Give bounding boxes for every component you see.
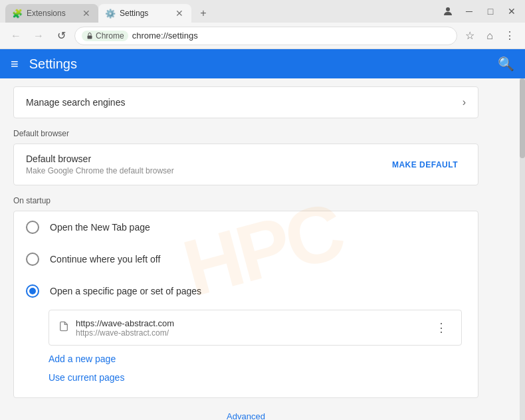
forward-button[interactable]: → (29, 27, 48, 45)
svg-rect-1 (88, 35, 92, 39)
manage-search-engines-arrow: › (463, 96, 466, 108)
page-file-icon (58, 320, 69, 335)
default-browser-card: Default browser Make Google Chrome the d… (13, 144, 478, 185)
advanced-row: Advanced (13, 403, 478, 420)
startup-page-info: https://wave-abstract.com https://wave-a… (76, 318, 424, 338)
settings-tab-icon: ⚙️ (105, 9, 116, 19)
tabs-area: 🧩 Extensions ✕ ⚙️ Settings ✕ + (5, 0, 440, 23)
on-startup-heading: On startup (13, 196, 478, 205)
svg-point-0 (446, 7, 450, 11)
close-button[interactable]: ✕ (504, 3, 520, 19)
radio-new-tab[interactable] (26, 221, 39, 234)
startup-page-entry: https://wave-abstract.com https://wave-a… (49, 310, 462, 346)
default-browser-info: Default browser Make Google Chrome the d… (26, 154, 174, 175)
address-actions: ☆ ⌂ ⋮ (461, 27, 518, 45)
default-browser-content: Default browser Make Google Chrome the d… (14, 144, 478, 185)
appbar-search-icon[interactable]: 🔍 (498, 56, 514, 72)
startup-option-specific[interactable]: Open a specific page or set of pages (14, 275, 478, 307)
startup-option-continue[interactable]: Continue where you left off (14, 243, 478, 275)
make-default-button[interactable]: MAKE DEFAULT (384, 155, 466, 175)
use-current-pages-link[interactable]: Use current pages (49, 372, 124, 383)
browser-window: 🧩 Extensions ✕ ⚙️ Settings ✕ + (0, 0, 525, 420)
settings-content: Manage search engines › Default browser … (0, 86, 492, 420)
minimize-button[interactable]: ─ (461, 3, 477, 19)
maximize-button[interactable]: □ (482, 3, 498, 19)
add-new-page-link[interactable]: Add a new page (49, 354, 116, 364)
default-browser-title: Default browser (26, 154, 174, 164)
startup-option-continue-label: Continue where you left off (50, 254, 160, 264)
addressbar: ← → ↺ Chrome chrome://settings ☆ ⌂ ⋮ (0, 23, 525, 49)
extensions-tab-close[interactable]: ✕ (81, 7, 92, 19)
secure-indicator: Chrome (82, 31, 128, 41)
default-browser-heading: Default browser (13, 129, 478, 138)
appbar: ≡ Settings 🔍 (0, 49, 525, 78)
extensions-tab-icon: 🧩 (12, 9, 23, 19)
settings-main: Manage search engines › Default browser … (0, 78, 520, 420)
settings-tab-close[interactable]: ✕ (174, 7, 185, 19)
default-browser-subtitle: Make Google Chrome the default browser (26, 166, 174, 175)
content-area: Manage search engines › Default browser … (0, 78, 525, 420)
appbar-title: Settings (29, 56, 77, 72)
home-icon[interactable]: ⌂ (481, 27, 498, 45)
radio-continue[interactable] (26, 253, 39, 266)
scrollbar-thumb[interactable] (520, 78, 525, 158)
titlebar: 🧩 Extensions ✕ ⚙️ Settings ✕ + (0, 0, 525, 23)
startup-option-specific-label: Open a specific page or set of pages (50, 286, 201, 296)
manage-search-engines-label: Manage search engines (26, 97, 125, 108)
profile-icon[interactable] (440, 3, 456, 19)
secure-label: Chrome (96, 31, 124, 41)
manage-search-engines-row[interactable]: Manage search engines › (13, 86, 478, 118)
startup-option-new-tab-label: Open the New Tab page (50, 222, 150, 233)
extensions-tab-label: Extensions (27, 9, 77, 18)
url-text: chrome://settings (132, 31, 450, 41)
back-button[interactable]: ← (7, 27, 25, 45)
reload-button[interactable]: ↺ (52, 27, 70, 45)
chrome-menu-icon[interactable]: ⋮ (501, 27, 518, 45)
radio-specific[interactable] (26, 284, 39, 298)
advanced-link[interactable]: Advanced (227, 411, 265, 420)
on-startup-card: Open the New Tab page Continue where you… (13, 211, 478, 398)
startup-page-url-main: https://wave-abstract.com (76, 318, 424, 328)
startup-page-menu-button[interactable]: ⋮ (431, 317, 452, 338)
appbar-menu-icon[interactable]: ≡ (11, 56, 19, 72)
new-tab-button[interactable]: + (194, 4, 213, 23)
startup-option-new-tab[interactable]: Open the New Tab page (14, 211, 478, 243)
tab-extensions[interactable]: 🧩 Extensions ✕ (5, 4, 98, 23)
settings-tab-label: Settings (120, 9, 170, 18)
scrollbar-track[interactable] (520, 78, 525, 420)
window-controls: ─ □ ✕ (440, 3, 520, 19)
star-icon[interactable]: ☆ (461, 27, 478, 45)
url-bar[interactable]: Chrome chrome://settings (74, 27, 457, 45)
tab-settings[interactable]: ⚙️ Settings ✕ (98, 4, 191, 23)
startup-page-url-sub: https://wave-abstract.com/ (76, 328, 424, 338)
